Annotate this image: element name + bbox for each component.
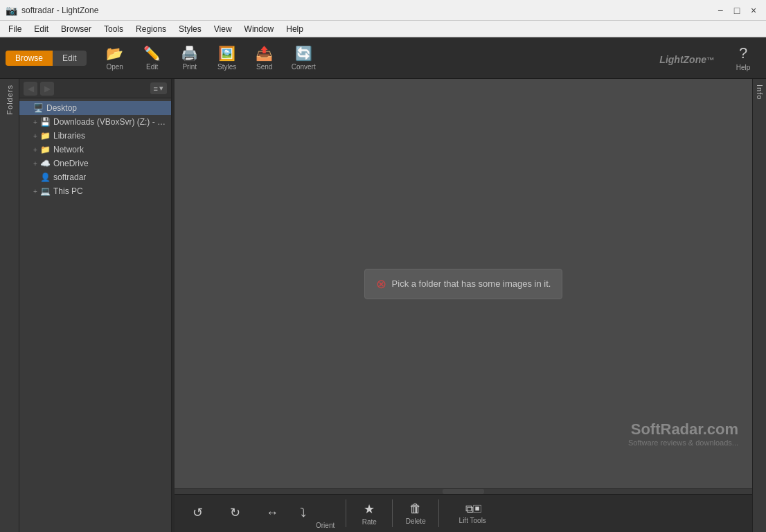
menu-help[interactable]: Help — [280, 23, 309, 35]
send-label: Send — [256, 63, 272, 71]
list-view-chevron: ▾ — [159, 84, 163, 93]
tree-item-downloads[interactable]: + 💾 Downloads (VBoxSvr) (Z:) - Sh... — [19, 115, 171, 129]
menu-edit[interactable]: Edit — [28, 23, 54, 35]
star-icon: ★ — [364, 502, 375, 517]
menu-tools[interactable]: Tools — [98, 23, 129, 35]
flip-icon: ↔ — [266, 506, 278, 520]
folder-icon: 🖥️ — [33, 103, 44, 113]
list-view-icon: ≡ — [154, 85, 158, 93]
list-view-button[interactable]: ≡ ▾ — [150, 82, 167, 94]
delete-icon: 🗑 — [409, 502, 422, 516]
info-panel[interactable]: Info — [752, 79, 766, 532]
browse-edit-toggle: Browse Edit — [6, 51, 87, 66]
menu-styles[interactable]: Styles — [173, 23, 207, 35]
edit-button[interactable]: ✏️ Edit — [135, 41, 170, 76]
minimize-button[interactable]: − — [713, 3, 727, 17]
help-icon: ? — [739, 44, 747, 62]
menu-bar: File Edit Browser Tools Regions Styles V… — [0, 21, 766, 37]
styles-button[interactable]: 🖼️ Styles — [210, 41, 244, 76]
app-logo: LightZone™ — [659, 49, 715, 67]
menu-regions[interactable]: Regions — [130, 23, 172, 35]
tree-item-label: This PC — [53, 186, 83, 196]
styles-label: Styles — [217, 63, 236, 71]
rotate-ccw-icon: ↺ — [193, 505, 203, 520]
error-icon: ⊗ — [376, 276, 386, 292]
forward-button[interactable]: ▶ — [40, 82, 54, 96]
app-icon: 📷 — [6, 5, 17, 16]
print-button[interactable]: 🖨️ Print — [172, 41, 207, 76]
folder-icon: 📁 — [40, 145, 51, 154]
styles-icon: 🖼️ — [218, 45, 235, 62]
title-bar: 📷 softradar - LightZone − □ × — [0, 0, 766, 21]
lift-label: Lift Tools — [459, 517, 486, 524]
expand-icon: + — [30, 118, 40, 126]
convert-label: Convert — [292, 63, 316, 71]
tree-item-label: Network — [53, 145, 84, 154]
image-area: ⊗ Pick a folder that has some images in … — [175, 79, 752, 488]
send-button[interactable]: 📤 Send — [247, 41, 282, 76]
tree-item-label: Libraries — [53, 131, 85, 141]
window-controls: − □ × — [713, 3, 760, 17]
orient-ccw-button[interactable]: ↺ — [180, 497, 215, 530]
folder-icon: 💾 — [40, 117, 51, 127]
watermark: SoftRadar.com Software reviews & downloa… — [628, 420, 738, 447]
file-browser-sidebar: ◀ ▶ ≡ ▾ 🖥️ Desktop + 💾 Downloads — [19, 79, 172, 532]
lift-tools-button[interactable]: ⧉ ▣ Lift Tools — [445, 497, 500, 530]
help-label: Help — [736, 64, 751, 71]
empty-message-text: Pick a folder that has some images in it… — [392, 278, 551, 289]
back-button[interactable]: ◀ — [24, 82, 37, 96]
main-toolbar: Browse Edit 📂 Open ✏️ Edit 🖨️ Print 🖼️ S… — [0, 37, 766, 79]
bottom-toolbar: ↺ ↻ ↔ ⤵ Orient ★ Rate — [175, 494, 752, 532]
open-label: Open — [106, 63, 123, 71]
tree-item-label: softradar — [53, 172, 86, 182]
menu-file[interactable]: File — [3, 23, 27, 35]
restore-button[interactable]: □ — [730, 3, 744, 17]
send-icon: 📤 — [256, 45, 273, 62]
help-button[interactable]: ? Help — [726, 41, 760, 76]
menu-window[interactable]: Window — [239, 23, 280, 35]
open-icon: 📂 — [106, 45, 123, 62]
empty-state-message: ⊗ Pick a folder that has some images in … — [364, 269, 563, 299]
convert-button[interactable]: 🔄 Convert — [285, 41, 323, 76]
tree-item-onedrive[interactable]: + ☁️ OneDrive — [19, 157, 171, 170]
rate-button[interactable]: ★ Rate — [352, 497, 386, 530]
rate-label: Rate — [362, 518, 377, 526]
menu-view[interactable]: View — [208, 23, 238, 35]
folders-tab[interactable]: Folders — [0, 79, 19, 532]
delete-button[interactable]: 🗑 Delete — [398, 497, 433, 530]
delete-label: Delete — [406, 517, 426, 525]
tree-item-label: Desktop — [46, 103, 77, 113]
main-area: Browse Edit 📂 Open ✏️ Edit 🖨️ Print 🖼️ S… — [0, 37, 766, 532]
browse-toggle-button[interactable]: Browse — [6, 51, 53, 66]
tree-item-softradar[interactable]: 👤 softradar — [19, 170, 171, 184]
info-panel-label: Info — [756, 85, 764, 100]
orient-mirror-button[interactable]: ⤵ — [292, 497, 313, 530]
menu-browser[interactable]: Browser — [55, 23, 97, 35]
tree-item-label: Downloads (VBoxSvr) (Z:) - Sh... — [53, 117, 167, 127]
mirror-icon: ⤵ — [300, 506, 306, 520]
tree-item-thispc[interactable]: + 💻 This PC — [19, 184, 171, 198]
folders-tab-label: Folders — [6, 85, 14, 115]
tree-item-network[interactable]: + 📁 Network — [19, 143, 171, 157]
folder-tree: 🖥️ Desktop + 💾 Downloads (VBoxSvr) (Z:) … — [19, 98, 171, 532]
close-button[interactable]: × — [747, 3, 760, 17]
watermark-main: SoftRadar.com — [628, 420, 738, 438]
edit-toggle-button[interactable]: Edit — [53, 51, 87, 66]
window-title: softradar - LightZone — [21, 6, 713, 15]
convert-icon: 🔄 — [295, 45, 312, 62]
edit-icon: ✏️ — [143, 45, 161, 62]
tree-item-desktop[interactable]: 🖥️ Desktop — [19, 101, 171, 115]
tree-item-libraries[interactable]: + 📁 Libraries — [19, 129, 171, 143]
toolbar-separator-1 — [346, 499, 346, 527]
toolbar-separator-2 — [392, 499, 393, 527]
print-label: Print — [182, 63, 197, 71]
open-button[interactable]: 📂 Open — [98, 41, 132, 76]
orient-flip-button[interactable]: ↔ — [255, 497, 290, 530]
orient-cw-button[interactable]: ↻ — [217, 497, 252, 530]
folder-icon: ☁️ — [40, 159, 51, 168]
lift-icon: ⧉ ▣ — [465, 503, 480, 515]
main-content-area: ⊗ Pick a folder that has some images in … — [175, 79, 752, 532]
folder-icon: 💻 — [40, 186, 51, 196]
expand-icon: + — [30, 146, 40, 154]
rotate-cw-icon: ↻ — [230, 505, 240, 520]
